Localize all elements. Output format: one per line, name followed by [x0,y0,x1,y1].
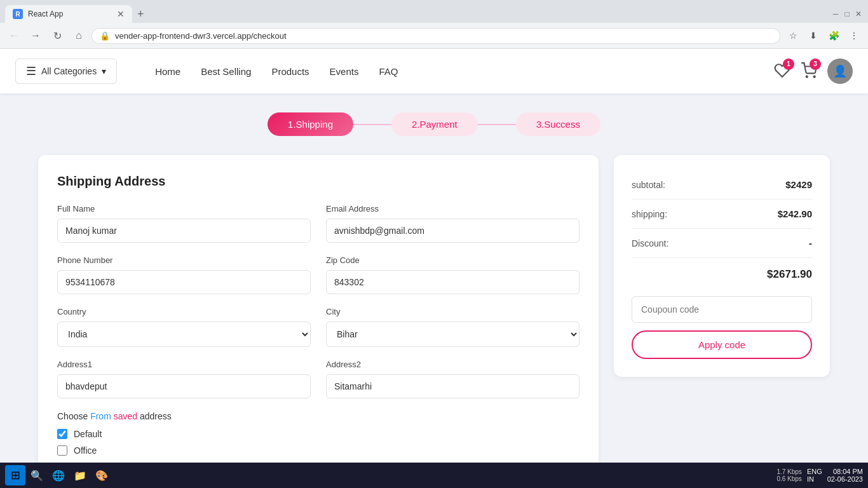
phone-label: Phone Number [57,255,311,265]
forward-button[interactable]: → [27,27,44,44]
shipping-form-title: Shipping Address [57,174,580,189]
address-option-default: Default [57,429,580,439]
step-success[interactable]: 3.Success [516,112,600,136]
taskbar: ⊞ 🔍 🌐 📁 🎨 1.7 Kbps0.6 Kbps ENGIN 08:04 P… [0,463,868,488]
saved-address-title: Choose From saved address [57,411,580,421]
subtotal-label: subtotal: [632,180,665,190]
discount-label: Discount: [632,238,668,248]
bookmark-icon[interactable]: ☆ [784,27,802,44]
city-select[interactable]: Bihar Delhi Mumbai Chennai [326,322,580,347]
phone-input[interactable] [57,270,311,294]
step-shipping-label: 1.Shipping [288,119,333,130]
maximize-button[interactable]: □ [843,10,851,18]
subtotal-value: $2429 [785,179,812,190]
active-tab[interactable]: R React App ✕ [5,5,132,23]
step-payment-label: 2.Payment [412,119,458,130]
browser-chrome: R React App ✕ + ─ □ ✕ ← → ↻ ⌂ 🔒 vender-a… [0,0,868,49]
new-tab-button[interactable]: + [132,8,149,21]
nav-events[interactable]: Events [330,66,359,77]
browser-toolbar-icons: ☆ ⬇ 🧩 ⋮ [784,27,863,44]
office-address-label: Office [74,445,97,456]
svg-point-0 [806,76,808,77]
back-button[interactable]: ← [5,27,23,44]
order-summary-card: subtotal: $2429 shipping: $242.90 Discou… [614,155,830,377]
city-label: City [326,307,580,316]
country-group: Country India USA UK Australia [57,307,311,347]
shipping-label: shipping: [632,209,667,219]
coupon-input[interactable] [632,296,812,323]
divider-1 [632,199,812,200]
address1-group: Address1 [57,360,311,398]
taskbar-search[interactable]: 🔍 [27,465,47,485]
tab-favicon: R [13,9,23,19]
subtotal-row: subtotal: $2429 [632,173,812,196]
chevron-down-icon: ▾ [102,66,106,76]
start-button[interactable]: ⊞ [5,465,25,485]
total-value: $2671.90 [767,268,812,281]
email-label: Email Address [326,204,580,214]
main-content: 1.Shipping 2.Payment 3.Success Shipping … [0,93,868,488]
office-address-checkbox[interactable] [57,445,67,456]
email-input[interactable] [326,219,580,243]
total-row: $2671.90 [632,261,812,288]
step-shipping[interactable]: 1.Shipping [268,112,353,136]
full-name-input[interactable] [57,219,311,243]
checkout-content-grid: Shipping Address Full Name Email Address… [38,155,830,481]
address2-group: Address2 [326,360,580,398]
taskbar-right: 1.7 Kbps0.6 Kbps ENGIN 08:04 PM 02-06-20… [776,468,863,483]
taskbar-edge[interactable]: 🌐 [48,465,69,485]
city-group: City Bihar Delhi Mumbai Chennai [326,307,580,347]
network-speed: 1.7 Kbps0.6 Kbps [776,468,801,482]
address-bar[interactable]: 🔒 vender-app-frontend-dwr3.vercel.app/ch… [92,28,780,44]
default-address-checkbox[interactable] [57,429,67,439]
shipping-form-card: Shipping Address Full Name Email Address… [38,155,599,481]
download-icon[interactable]: ⬇ [804,27,822,44]
nav-faq[interactable]: FAQ [379,66,398,77]
nav-home[interactable]: Home [155,66,180,77]
address1-input[interactable] [57,374,311,398]
categories-menu[interactable]: ☰ All Categories ▾ [15,58,117,84]
title-saved: saved [114,411,137,421]
taskbar-explorer[interactable]: 📁 [70,465,90,485]
wishlist-icon-button[interactable]: 1 [774,62,790,81]
stepper-connector-1 [353,124,391,125]
phone-group: Phone Number [57,255,311,294]
header-icons: 1 3 👤 [774,58,853,84]
country-select[interactable]: India USA UK Australia [57,322,311,347]
window-controls: ─ □ ✕ [831,10,863,18]
shipping-form-grid: Full Name Email Address Phone Number Zip… [57,204,580,398]
home-button[interactable]: ⌂ [70,27,88,44]
full-name-label: Full Name [57,204,311,214]
step-payment[interactable]: 2.Payment [391,112,478,136]
taskbar-time-display: 08:04 PM [827,468,863,475]
user-avatar[interactable]: 👤 [827,58,853,84]
stepper-connector-2 [478,124,516,125]
taskbar-app1[interactable]: 🎨 [92,465,112,485]
nav-products[interactable]: Products [271,66,309,77]
taskbar-date-display: 02-06-2023 [827,475,863,483]
close-button[interactable]: ✕ [854,10,863,18]
menu-icon[interactable]: ⋮ [845,27,863,44]
email-group: Email Address [326,204,580,243]
extensions-icon[interactable]: 🧩 [825,27,843,44]
nav-best-selling[interactable]: Best Selling [201,66,251,77]
app-header: ☰ All Categories ▾ Home Best Selling Pro… [0,49,868,93]
address1-label: Address1 [57,360,311,369]
shipping-row: shipping: $242.90 [632,202,812,226]
step-success-label: 3.Success [536,119,580,130]
cart-badge: 3 [810,58,821,70]
hamburger-icon: ☰ [26,64,36,78]
full-name-group: Full Name [57,204,311,243]
zip-input[interactable] [326,270,580,294]
apply-code-button[interactable]: Apply code [632,330,812,359]
minimize-button[interactable]: ─ [831,10,840,18]
title-choose: Choose [57,411,88,421]
reload-button[interactable]: ↻ [48,27,66,44]
tab-title: React App [28,10,112,18]
cart-icon-button[interactable]: 3 [801,62,817,81]
divider-3 [632,257,812,258]
divider-2 [632,228,812,229]
address2-input[interactable] [326,374,580,398]
title-address: address [140,411,172,421]
tab-close-button[interactable]: ✕ [117,10,125,18]
